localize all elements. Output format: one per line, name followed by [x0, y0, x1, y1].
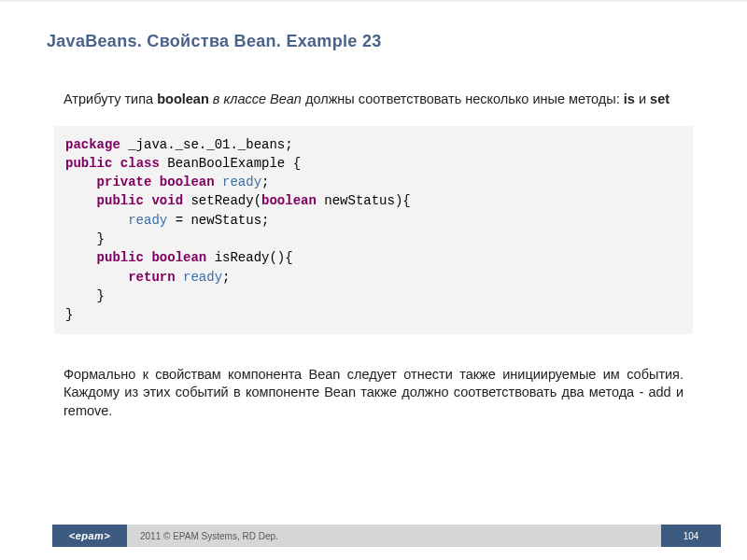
keyword-is: is	[624, 91, 635, 106]
kw-return: return	[128, 270, 175, 285]
code-text: BeanBoolExample {	[160, 156, 301, 171]
field-ready: ready	[183, 270, 222, 285]
keyword-set: set	[650, 91, 669, 106]
kw-class: class	[120, 156, 160, 171]
field-ready: ready	[222, 175, 261, 189]
kw-public: public	[97, 250, 144, 265]
epam-logo: <epam>	[52, 525, 127, 547]
kw-boolean: boolean	[261, 193, 317, 208]
kw-void: void	[151, 193, 183, 208]
copyright-text: 2011 © EPAM Systems, RD Dep.	[127, 525, 661, 547]
field-ready: ready	[128, 213, 167, 228]
kw-package: package	[65, 137, 120, 152]
kw-public: public	[97, 193, 144, 208]
keyword-boolean: boolean	[157, 91, 209, 106]
code-text: }	[65, 307, 73, 322]
code-block: package _java._se._01._beans; public cla…	[54, 126, 693, 334]
code-text: }	[97, 231, 105, 246]
slide-title: JavaBeans. Свойства Bean. Example 23	[47, 32, 700, 51]
italic-phrase: в классе Bean	[213, 91, 302, 106]
footer-spacer	[0, 525, 52, 547]
kw-boolean: boolean	[151, 250, 206, 265]
footer-bar: <epam> 2011 © EPAM Systems, RD Dep. 104	[0, 525, 747, 547]
code-text: isReady(){	[206, 250, 292, 265]
kw-public: public	[65, 156, 112, 171]
code-text: ;	[222, 270, 230, 285]
page-number: 104	[661, 525, 721, 547]
code-text: setReady(	[183, 193, 261, 208]
code-text: _java._se._01._beans;	[120, 137, 293, 152]
code-text: newStatus){	[317, 193, 411, 208]
text: и	[635, 91, 650, 106]
kw-private: private	[97, 175, 152, 189]
code-text: ;	[261, 175, 269, 189]
text: должны соответствовать несколько иные ме…	[302, 91, 624, 106]
kw-boolean: boolean	[160, 175, 215, 189]
text: Атрибуту типа	[63, 91, 157, 106]
intro-paragraph: Атрибуту типа boolean в классе Bean долж…	[63, 91, 684, 109]
code-text: }	[97, 288, 105, 303]
slide-content: JavaBeans. Свойства Bean. Example 23 Атр…	[0, 0, 747, 420]
closing-paragraph: Формально к свойствам компонента Bean сл…	[63, 366, 684, 421]
top-rule	[0, 0, 747, 2]
footer-spacer	[721, 525, 747, 547]
code-text: = newStatus;	[167, 213, 269, 228]
